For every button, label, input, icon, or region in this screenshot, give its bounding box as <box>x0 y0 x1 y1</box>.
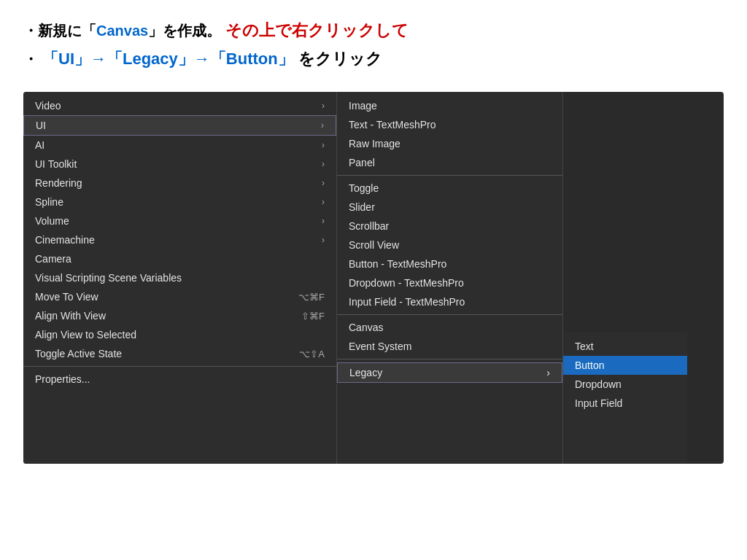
menu-item-camera[interactable]: Camera <box>23 249 336 268</box>
mid-item-toggle-label: Toggle <box>349 182 379 194</box>
menu-item-properties-label: Properties... <box>35 373 90 385</box>
instruction-2-blue: 「UI」→「Legacy」→「Button」 <box>42 46 294 71</box>
mid-item-toggle[interactable]: Toggle <box>337 179 562 198</box>
menu-item-toggle-active-label: Toggle Active State <box>35 348 122 359</box>
menu-item-align-with-view[interactable]: Align With View ⇧⌘F <box>23 306 336 325</box>
right-item-button-label: Button <box>575 359 604 371</box>
instruction-2-black: をクリック <box>298 46 382 71</box>
mid-item-dropdown-mesh-label: Dropdown - TextMeshPro <box>349 277 464 289</box>
menu-item-cinemachine-label: Cinemachine <box>35 234 95 246</box>
mid-item-image-label: Image <box>349 100 377 112</box>
right-item-dropdown-label: Dropdown <box>575 378 622 390</box>
mid-item-scrollbar-label: Scrollbar <box>349 220 389 232</box>
arrow-icon: › <box>322 178 325 188</box>
mid-item-image[interactable]: Image <box>337 96 562 115</box>
instruction-line-2: ・ 「UI」→「Legacy」→「Button」 をクリック <box>23 46 724 71</box>
mid-item-panel[interactable]: Panel <box>337 153 562 172</box>
instructions-area: ・新規に「Canvas」を作成。 その上で右クリックして ・ 「UI」→「Leg… <box>0 0 747 86</box>
menu-item-toggle-active[interactable]: Toggle Active State ⌥⇧A <box>23 344 336 363</box>
mid-item-legacy[interactable]: Legacy › <box>337 362 562 383</box>
mid-item-scrollbar[interactable]: Scrollbar <box>337 217 562 236</box>
menu-item-align-view-selected[interactable]: Align View to Selected <box>23 325 336 344</box>
mid-item-canvas[interactable]: Canvas <box>337 318 562 337</box>
menu-item-spline[interactable]: Spline › <box>23 192 336 211</box>
menu-item-move-to-view-label: Move To View <box>35 291 98 303</box>
mid-item-input-mesh[interactable]: Input Field - TextMeshPro <box>337 292 562 311</box>
menu-item-rendering[interactable]: Rendering › <box>23 174 336 192</box>
menu-column-left: Video › UI › AI › UI Toolkit › Rendering… <box>23 92 337 464</box>
menu-item-camera-label: Camera <box>35 253 71 265</box>
right-item-button[interactable]: Button <box>563 356 687 375</box>
menu-item-properties[interactable]: Properties... <box>23 370 336 389</box>
mid-item-legacy-label: Legacy <box>349 367 382 378</box>
menu-item-ai[interactable]: AI › <box>23 136 336 155</box>
arrow-icon: › <box>322 101 325 111</box>
arrow-icon: › <box>321 120 324 131</box>
menu-item-ui[interactable]: UI › <box>23 115 336 136</box>
instruction-1-red: その上で右クリックして <box>225 18 409 43</box>
instruction-line-1: ・新規に「Canvas」を作成。 その上で右クリックして <box>23 18 724 43</box>
menu-item-video-label: Video <box>35 100 61 112</box>
menu-item-move-to-view[interactable]: Move To View ⌥⌘F <box>23 287 336 306</box>
mid-item-text-mesh[interactable]: Text - TextMeshPro <box>337 115 562 134</box>
menu-item-align-with-view-label: Align With View <box>35 310 106 322</box>
mid-item-scroll-view[interactable]: Scroll View <box>337 236 562 254</box>
mid-divider-1 <box>337 175 562 176</box>
mid-item-input-mesh-label: Input Field - TextMeshPro <box>349 296 465 308</box>
context-menu: Video › UI › AI › UI Toolkit › Rendering… <box>23 92 724 464</box>
bullet-1: ・新規に「Canvas」を作成。 <box>23 19 221 42</box>
menu-item-ai-label: AI <box>35 139 44 151</box>
right-item-text[interactable]: Text <box>563 337 687 356</box>
mid-item-event-system[interactable]: Event System <box>337 337 562 356</box>
menu-divider-1 <box>23 366 336 367</box>
menu-column-right: Text Button Dropdown Input Field <box>563 332 687 464</box>
arrow-icon: › <box>546 367 550 378</box>
mid-divider-2 <box>337 314 562 315</box>
menu-item-cinemachine[interactable]: Cinemachine › <box>23 230 336 249</box>
arrow-icon: › <box>322 159 325 169</box>
right-item-text-label: Text <box>575 341 594 352</box>
mid-item-button-mesh-label: Button - TextMeshPro <box>349 258 446 270</box>
mid-item-canvas-label: Canvas <box>349 322 383 333</box>
arrow-icon: › <box>322 197 325 207</box>
mid-item-panel-label: Panel <box>349 157 375 168</box>
mid-item-button-mesh[interactable]: Button - TextMeshPro <box>337 254 562 273</box>
menu-item-align-view-selected-label: Align View to Selected <box>35 329 136 341</box>
right-item-input-field[interactable]: Input Field <box>563 394 687 413</box>
menu-item-volume-label: Volume <box>35 215 69 227</box>
menu-item-ui-toolkit-label: UI Toolkit <box>35 158 77 170</box>
mid-item-scroll-view-label: Scroll View <box>349 239 399 251</box>
mid-item-raw-image-label: Raw Image <box>349 138 400 149</box>
align-with-view-shortcut: ⇧⌘F <box>301 311 325 322</box>
menu-item-ui-label: UI <box>36 120 46 131</box>
menu-item-ui-toolkit[interactable]: UI Toolkit › <box>23 155 336 174</box>
move-to-view-shortcut: ⌥⌘F <box>298 292 325 303</box>
menu-item-visual-scripting-label: Visual Scripting Scene Variables <box>35 272 182 284</box>
menu-item-video[interactable]: Video › <box>23 96 336 115</box>
mid-item-event-system-label: Event System <box>349 341 411 352</box>
arrow-icon: › <box>322 216 325 226</box>
menu-item-spline-label: Spline <box>35 196 63 208</box>
arrow-icon: › <box>322 235 325 245</box>
menu-item-volume[interactable]: Volume › <box>23 211 336 230</box>
menu-item-rendering-label: Rendering <box>35 177 82 189</box>
menu-column-mid: Image Text - TextMeshPro Raw Image Panel… <box>337 92 563 464</box>
mid-item-raw-image[interactable]: Raw Image <box>337 134 562 153</box>
toggle-active-shortcut: ⌥⇧A <box>299 349 325 359</box>
mid-divider-3 <box>337 359 562 359</box>
menu-item-visual-scripting[interactable]: Visual Scripting Scene Variables <box>23 268 336 287</box>
mid-item-dropdown-mesh[interactable]: Dropdown - TextMeshPro <box>337 273 562 292</box>
right-item-input-field-label: Input Field <box>575 397 622 409</box>
right-item-dropdown[interactable]: Dropdown <box>563 375 687 394</box>
arrow-icon: › <box>322 140 325 150</box>
bullet-2: ・ <box>23 47 38 71</box>
mid-item-slider[interactable]: Slider <box>337 198 562 217</box>
mid-item-text-mesh-label: Text - TextMeshPro <box>349 119 436 131</box>
mid-item-slider-label: Slider <box>349 201 375 213</box>
